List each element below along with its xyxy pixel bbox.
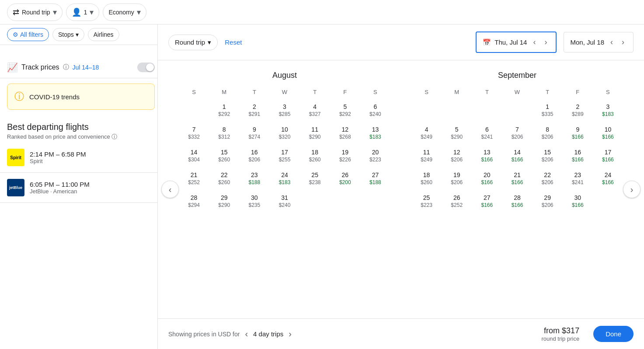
person-icon: 👤 bbox=[72, 7, 81, 17]
chevron-down-icon: ▾ bbox=[90, 7, 94, 17]
round-trip-label: Round trip bbox=[22, 9, 50, 16]
swap-icon: ⇄ bbox=[13, 7, 19, 17]
chevron-down-icon: ▾ bbox=[53, 7, 57, 17]
top-bar: ⇄ Round trip ▾ 👤 1 ▾ Economy ▾ bbox=[0, 0, 644, 24]
round-trip-selector[interactable]: ⇄ Round trip ▾ bbox=[7, 3, 63, 21]
cabin-class-label: Economy bbox=[108, 9, 134, 16]
passenger-count: 1 bbox=[84, 9, 87, 16]
chevron-down-icon: ▾ bbox=[137, 7, 141, 17]
passenger-selector[interactable]: 👤 1 ▾ bbox=[66, 3, 100, 21]
cabin-class-selector[interactable]: Economy ▾ bbox=[103, 3, 146, 21]
